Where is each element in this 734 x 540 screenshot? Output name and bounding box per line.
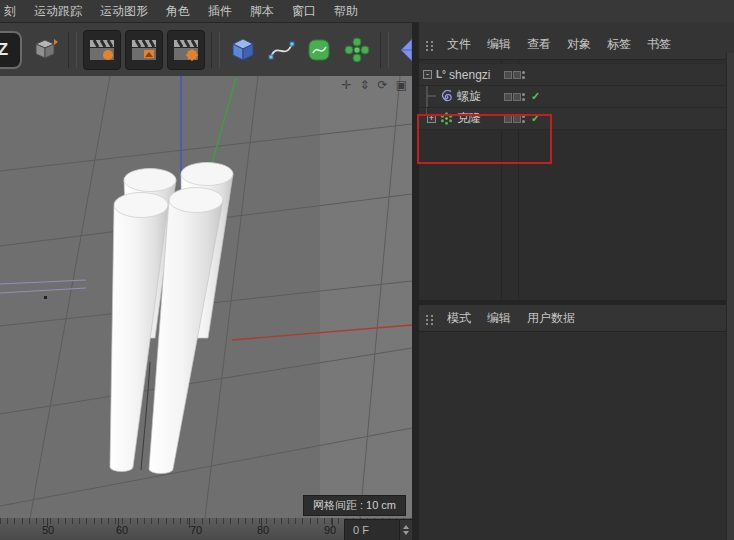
render-view-icon[interactable] <box>83 30 121 70</box>
viewport-canvas[interactable] <box>0 76 412 518</box>
enable-checkmark[interactable]: ✓ <box>531 112 540 125</box>
panel-scrollbar[interactable] <box>726 53 734 540</box>
add-cube-primitive-glyph <box>229 36 257 64</box>
frame-spinner[interactable] <box>399 520 412 540</box>
object-row-shengzi[interactable]: - L° shengzi <box>419 64 734 86</box>
attribute-manager-menubar: 模式 编辑 用户数据 <box>419 305 734 332</box>
dolly-icon[interactable]: ⇕ <box>360 79 370 91</box>
toolbar: Z <box>0 23 412 76</box>
render-view-glyph <box>87 35 117 65</box>
ruler-tick-label: 80 <box>257 524 269 536</box>
object-label: 螺旋 <box>457 88 481 105</box>
spinner-down-icon[interactable] <box>403 531 409 535</box>
expand-toggle[interactable]: + <box>427 114 436 123</box>
grid-spacing-badge: 网格间距 : 10 cm <box>303 495 406 516</box>
mograph-cross-icon[interactable] <box>338 29 376 71</box>
add-cube-primitive-icon[interactable] <box>224 29 262 71</box>
toggle-view-icon[interactable]: ▣ <box>396 79 407 91</box>
om-menu-file[interactable]: 文件 <box>439 36 479 53</box>
subdivision-surface-icon[interactable] <box>300 29 338 71</box>
layer-toggle[interactable] <box>504 115 521 123</box>
axis-cube-glyph <box>31 36 59 64</box>
axis-cube-icon[interactable] <box>26 29 64 71</box>
draw-spline-icon[interactable] <box>262 29 300 71</box>
om-menu-bookmarks[interactable]: 书签 <box>639 36 679 53</box>
rotate-icon[interactable]: ⟳ <box>378 79 388 91</box>
om-menu-objects[interactable]: 对象 <box>559 36 599 53</box>
current-frame-value: 0 F <box>345 524 399 536</box>
panel-grip-icon[interactable] <box>426 41 435 52</box>
visibility-dots[interactable] <box>522 93 525 101</box>
render-picture-viewer-glyph <box>129 35 159 65</box>
viewport[interactable]: ✛ ⇕ ⟳ ▣ 网格间距 : 10 cm <box>0 76 412 518</box>
app-logo-letter: Z <box>0 40 8 60</box>
current-frame-field[interactable]: 0 F <box>344 519 413 540</box>
attribute-manager-body <box>419 332 734 540</box>
menu-item-sculpt[interactable]: 刻 <box>0 0 25 22</box>
expand-toggle[interactable]: - <box>423 70 432 79</box>
origin-dot <box>44 296 47 299</box>
object-label: 克隆 <box>457 110 481 127</box>
ruler-tick-label: 70 <box>190 524 202 536</box>
object-row-helix[interactable]: 螺旋 ✓ <box>419 86 734 108</box>
menu-item-motion-tracker[interactable]: 运动跟踪 <box>25 0 91 22</box>
null-object-icon: L° <box>436 69 446 80</box>
right-panel: 文件 编辑 查看 对象 标签 书签 - L° shengzi <box>419 22 734 540</box>
object-label: shengzi <box>449 68 490 82</box>
helix-spline-icon <box>440 90 453 103</box>
app-window: 刻 运动跟踪 运动图形 角色 插件 脚本 窗口 帮助 Z <box>0 0 734 540</box>
panel-grip-icon[interactable] <box>426 315 435 326</box>
om-menu-tags[interactable]: 标签 <box>599 36 639 53</box>
ruler-tick-label: 90 <box>324 524 336 536</box>
menubar: 刻 运动跟踪 运动图形 角色 插件 脚本 窗口 帮助 <box>0 0 734 23</box>
object-manager-list: - L° shengzi 螺旋 ✓ <box>419 60 734 300</box>
tree-branch-line <box>423 86 436 107</box>
cloner-object-icon <box>440 112 453 125</box>
om-menu-view[interactable]: 查看 <box>519 36 559 53</box>
menu-item-character[interactable]: 角色 <box>157 0 199 22</box>
polygon-object-icon[interactable] <box>393 29 412 71</box>
menu-item-plugins[interactable]: 插件 <box>199 0 241 22</box>
ruler-tick-label: 60 <box>116 524 128 536</box>
toolbar-separator <box>68 32 77 68</box>
menu-item-script[interactable]: 脚本 <box>241 0 283 22</box>
pan-icon[interactable]: ✛ <box>341 79 351 91</box>
subdivision-surface-glyph <box>305 36 333 64</box>
spinner-up-icon[interactable] <box>403 525 409 529</box>
enable-checkmark[interactable]: ✓ <box>531 90 540 103</box>
menu-item-mograph[interactable]: 运动图形 <box>91 0 157 22</box>
render-picture-viewer-icon[interactable] <box>125 30 163 70</box>
am-menu-user-data[interactable]: 用户数据 <box>519 310 583 327</box>
toolbar-separator <box>380 32 389 68</box>
om-menu-edit[interactable]: 编辑 <box>479 36 519 53</box>
viewport-nav-icons: ✛ ⇕ ⟳ ▣ <box>341 79 407 91</box>
visibility-dots[interactable] <box>522 71 525 79</box>
panel-divider[interactable] <box>412 22 419 540</box>
layer-toggle[interactable] <box>504 93 521 101</box>
layer-toggle[interactable] <box>504 71 521 79</box>
render-settings-glyph <box>171 35 201 65</box>
am-menu-edit[interactable]: 编辑 <box>479 310 519 327</box>
app-logo-icon[interactable]: Z <box>0 31 22 69</box>
render-settings-icon[interactable] <box>167 30 205 70</box>
ruler-tick-label: 50 <box>42 524 54 536</box>
am-menu-mode[interactable]: 模式 <box>439 310 479 327</box>
polygon-object-glyph <box>398 36 412 64</box>
object-row-cloner[interactable]: + 克隆 ✓ <box>419 108 734 130</box>
visibility-dots[interactable] <box>522 115 525 123</box>
menu-item-window[interactable]: 窗口 <box>283 0 325 22</box>
menu-item-help[interactable]: 帮助 <box>325 0 367 22</box>
mograph-cross-glyph <box>343 36 371 64</box>
toolbar-separator <box>211 32 220 68</box>
object-manager-menubar: 文件 编辑 查看 对象 标签 书签 <box>419 22 734 60</box>
draw-spline-glyph <box>267 36 295 64</box>
